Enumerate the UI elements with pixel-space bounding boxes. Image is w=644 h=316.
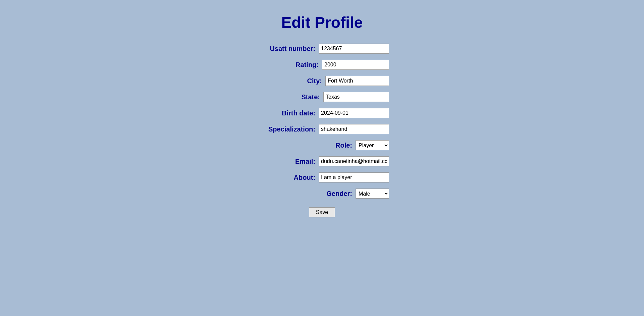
usatt-row: Usatt number:	[255, 44, 389, 54]
gender-label: Gender:	[292, 190, 352, 198]
specialization-label: Specialization:	[255, 125, 315, 133]
rating-input[interactable]	[322, 60, 389, 70]
birthdate-input[interactable]	[319, 108, 389, 118]
specialization-input[interactable]	[319, 124, 389, 134]
email-input[interactable]	[319, 156, 389, 166]
birthdate-row: Birth date:	[255, 108, 389, 118]
edit-profile-form: Usatt number: Rating: City: State: Birth…	[255, 44, 389, 217]
role-label: Role:	[292, 142, 352, 149]
role-select[interactable]: Player Coach Admin	[356, 140, 389, 150]
about-label: About:	[255, 174, 315, 181]
rating-label: Rating:	[258, 61, 319, 69]
email-row: Email:	[255, 156, 389, 166]
page-container: Edit Profile Usatt number: Rating: City:…	[0, 13, 644, 217]
role-row: Role: Player Coach Admin	[292, 140, 389, 150]
about-row: About:	[255, 172, 389, 182]
about-input[interactable]	[319, 172, 389, 182]
page-title: Edit Profile	[281, 13, 363, 32]
save-row: Save	[255, 207, 389, 217]
rating-row: Rating:	[258, 60, 389, 70]
gender-row: Gender: Male Female Other	[292, 189, 389, 199]
email-label: Email:	[255, 158, 315, 165]
save-button[interactable]: Save	[309, 207, 335, 217]
city-label: City:	[262, 77, 322, 85]
birthdate-label: Birth date:	[255, 109, 315, 117]
city-row: City:	[262, 76, 389, 86]
usatt-label: Usatt number:	[255, 45, 315, 53]
usatt-input[interactable]	[319, 44, 389, 54]
city-input[interactable]	[325, 76, 389, 86]
gender-select[interactable]: Male Female Other	[356, 189, 389, 199]
state-label: State:	[260, 93, 320, 101]
state-row: State:	[260, 92, 389, 102]
state-input[interactable]	[323, 92, 389, 102]
specialization-row: Specialization:	[255, 124, 389, 134]
